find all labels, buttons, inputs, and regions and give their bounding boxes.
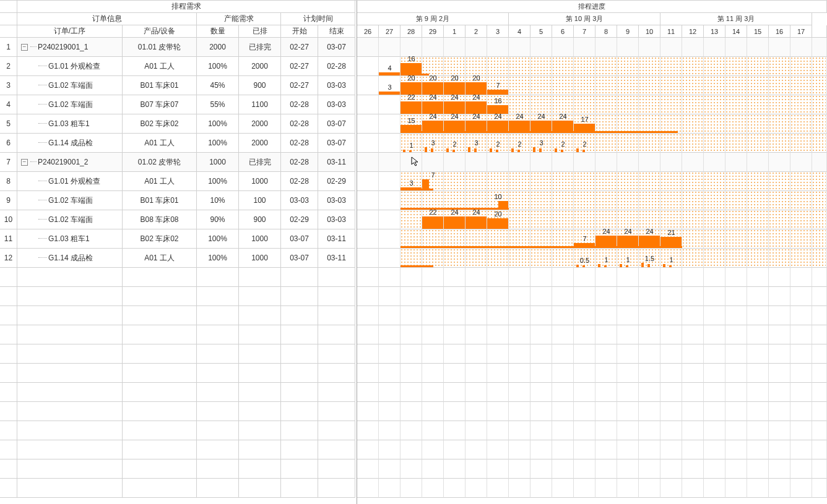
order-cell[interactable]: G1.02 车端面 [17, 95, 123, 114]
col-start[interactable]: 开始 [281, 25, 318, 38]
timeline-row[interactable] [357, 114, 827, 134]
cell-sched: 已排完 [239, 153, 281, 172]
day-header[interactable]: 15 [747, 25, 769, 38]
timeline-row[interactable] [357, 287, 827, 306]
order-cell[interactable]: G1.02 车端面 [17, 191, 123, 210]
timeline-row[interactable] [357, 440, 827, 459]
empty-row [0, 268, 357, 287]
table-row[interactable]: 11G1.03 粗车1B02 车床02100%100003-0703-11 [0, 229, 357, 249]
timeline-row[interactable] [357, 364, 827, 383]
table-row[interactable]: 2G1.01 外观检查A01 工人100%200002-2702-28 [0, 57, 357, 76]
col-sched[interactable]: 已排 [239, 25, 281, 38]
left-body: 1−P240219001_101.01 皮带轮2000已排完02-2703-07… [0, 38, 357, 504]
timeline-row[interactable] [357, 383, 827, 402]
day-header[interactable]: 12 [682, 25, 704, 38]
timeline-row[interactable] [357, 172, 827, 191]
timeline-row[interactable] [357, 402, 827, 421]
order-cell[interactable]: G1.03 粗车1 [17, 229, 123, 249]
day-header[interactable]: 10 [639, 25, 660, 38]
rownum-header-blank [0, 13, 17, 25]
table-row[interactable]: 4G1.02 车端面B07 车床0755%110002-2803-03 [0, 95, 357, 114]
cell-end: 03-07 [318, 134, 355, 153]
timeline-row[interactable] [357, 459, 827, 479]
timeline-body[interactable]: 4163202020207222424241615242424242424241… [357, 38, 827, 504]
cell-sched: 1000 [239, 229, 281, 249]
table-row[interactable]: 5G1.03 粗车1B02 车床02100%200002-2803-07 [0, 114, 357, 134]
cell-end: 03-03 [318, 95, 355, 114]
day-header[interactable]: 2 [465, 25, 487, 38]
cell-end: 03-07 [318, 114, 355, 134]
order-cell[interactable]: G1.14 成品检 [17, 249, 123, 268]
order-cell[interactable]: −P240219001_2 [17, 153, 123, 172]
row-number: 10 [0, 210, 17, 229]
day-header[interactable]: 28 [401, 25, 422, 38]
day-header[interactable]: 1 [444, 25, 465, 38]
timeline-row[interactable] [357, 249, 827, 268]
order-cell[interactable]: G1.14 成品检 [17, 134, 123, 153]
day-header[interactable]: 27 [379, 25, 401, 38]
day-header[interactable]: 9 [617, 25, 639, 38]
col-product[interactable]: 产品/设备 [123, 25, 197, 38]
table-row[interactable]: 12G1.14 成品检A01 工人100%100003-0703-11 [0, 249, 357, 268]
day-header[interactable]: 7 [574, 25, 595, 38]
empty-row [0, 479, 357, 498]
day-header[interactable]: 8 [595, 25, 617, 38]
timeline-row[interactable] [357, 210, 827, 229]
day-header[interactable]: 11 [660, 25, 682, 38]
order-cell[interactable]: G1.02 车端面 [17, 210, 123, 229]
timeline-row[interactable] [357, 344, 827, 364]
order-cell[interactable]: G1.01 外观检查 [17, 57, 123, 76]
col-qty[interactable]: 数量 [197, 25, 239, 38]
table-row[interactable]: 1−P240219001_101.01 皮带轮2000已排完02-2703-07 [0, 38, 357, 57]
cell-end: 03-11 [318, 153, 355, 172]
order-label: G1.02 车端面 [48, 195, 93, 206]
col-end[interactable]: 结束 [318, 25, 355, 38]
timeline-row[interactable] [357, 229, 827, 249]
order-cell[interactable]: G1.01 外观检查 [17, 172, 123, 191]
day-header[interactable]: 3 [487, 25, 509, 38]
row-number: 7 [0, 153, 17, 172]
table-row[interactable]: 3G1.02 车端面B01 车床0145%90002-2703-03 [0, 76, 357, 95]
order-cell[interactable]: −P240219001_1 [17, 38, 123, 57]
order-label: G1.01 外观检查 [48, 176, 100, 187]
order-cell[interactable]: G1.02 车端面 [17, 76, 123, 95]
day-header[interactable]: 26 [357, 25, 379, 38]
timeline-row[interactable] [357, 191, 827, 210]
timeline-row[interactable] [357, 306, 827, 325]
timeline-row[interactable] [357, 57, 827, 76]
col-order[interactable]: 订单/工序 [17, 25, 123, 38]
right-title-row: 排程进度 [357, 1, 827, 13]
timeline-row[interactable] [357, 268, 827, 287]
table-row[interactable]: 8G1.01 外观检查A01 工人100%100002-2802-29 [0, 172, 357, 191]
timeline-row[interactable] [357, 421, 827, 440]
collapse-icon[interactable]: − [21, 44, 28, 51]
timeline-row[interactable] [357, 325, 827, 344]
cell-end: 02-29 [318, 172, 355, 191]
timeline-row[interactable] [357, 479, 827, 498]
day-header[interactable]: 13 [704, 25, 725, 38]
timeline-row[interactable] [357, 38, 827, 57]
day-header[interactable]: 4 [509, 25, 530, 38]
table-row[interactable]: 9G1.02 车端面B01 车床0110%10003-0303-03 [0, 191, 357, 210]
cell-end: 02-28 [318, 57, 355, 76]
day-header[interactable]: 6 [552, 25, 574, 38]
empty-row [0, 325, 357, 344]
left-header-row-3: 订单/工序 产品/设备 数量 已排 开始 结束 [0, 25, 357, 38]
timeline-row[interactable] [357, 76, 827, 95]
timeline-row[interactable] [357, 95, 827, 114]
table-row[interactable]: 10G1.02 车端面B08 车床0890%90002-2903-03 [0, 210, 357, 229]
table-row[interactable]: 7−P240219001_201.02 皮带轮1000已排完02-2803-11 [0, 153, 357, 172]
order-label: G1.14 成品检 [48, 253, 93, 263]
table-row[interactable]: 6G1.14 成品检A01 工人100%200002-2803-07 [0, 134, 357, 153]
day-header[interactable]: 29 [422, 25, 444, 38]
cell-end: 03-11 [318, 249, 355, 268]
row-number: 6 [0, 134, 17, 153]
timeline-row[interactable] [357, 134, 827, 153]
day-header[interactable]: 16 [769, 25, 790, 38]
order-cell[interactable]: G1.03 粗车1 [17, 114, 123, 134]
day-header[interactable]: 17 [790, 25, 812, 38]
day-header[interactable]: 14 [725, 25, 747, 38]
collapse-icon[interactable]: − [21, 159, 28, 166]
timeline-row[interactable] [357, 153, 827, 172]
day-header[interactable]: 5 [530, 25, 552, 38]
